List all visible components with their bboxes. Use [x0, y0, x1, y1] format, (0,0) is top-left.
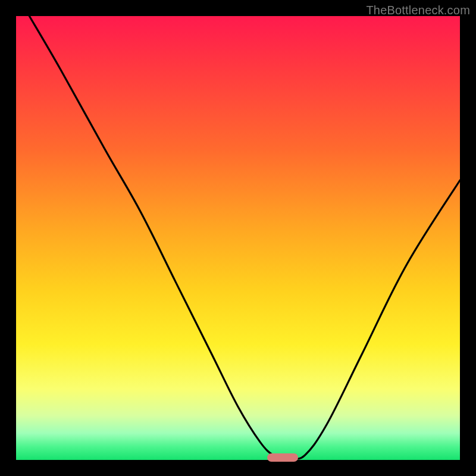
chart-frame: TheBottleneck.com	[0, 0, 476, 476]
min-marker	[267, 453, 298, 462]
bottleneck-curve	[16, 16, 460, 460]
watermark-text: TheBottleneck.com	[366, 4, 470, 17]
plot-area	[16, 16, 460, 460]
